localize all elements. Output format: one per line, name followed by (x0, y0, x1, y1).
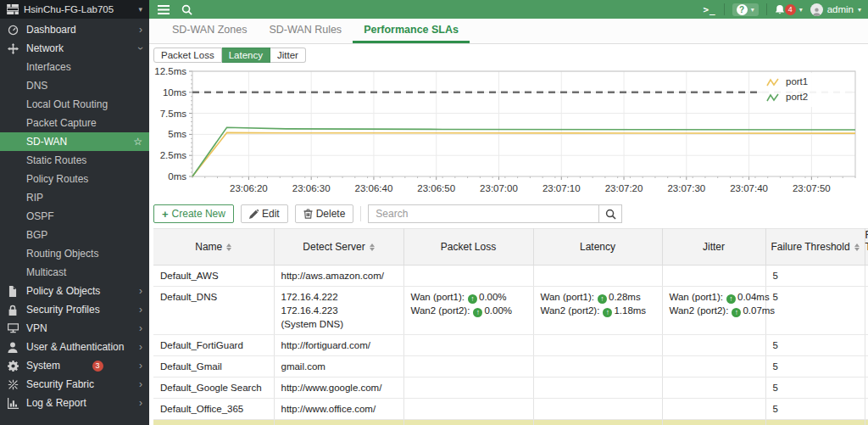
svg-text:2.5ms: 2.5ms (160, 150, 187, 160)
report-icon (7, 398, 19, 409)
column-header-jitter: Jitter (662, 229, 765, 266)
svg-text:10ms: 10ms (163, 87, 186, 98)
cli-console-icon[interactable]: >_ (703, 4, 715, 15)
latency-cell: Wan (port1):↑5.16msWan2 (port2):↑5.55ms (533, 420, 662, 425)
sidebar-item-policy-objects[interactable]: Policy & Objects› (0, 282, 149, 300)
fabric-icon (7, 379, 19, 390)
toggle-latency[interactable]: Latency (222, 48, 270, 63)
table-row-default-dns[interactable]: Default_DNS172.16.4.222172.16.4.223(Syst… (153, 287, 868, 335)
packet-loss-cell (403, 399, 533, 420)
sidebar-item-log-report[interactable]: Log & Report› (0, 394, 149, 412)
table-row-default-gmail[interactable]: Default_Gmailgmail.com510 (153, 356, 868, 377)
up-circle-icon: ↑ (726, 294, 736, 304)
latency-chart: 0ms2.5ms5ms7.5ms10ms12.5ms23:06:2023:06:… (153, 64, 864, 201)
sidebar-item-security-profiles[interactable]: Security Profiles› (0, 300, 149, 319)
jitter-cell (662, 266, 765, 287)
sidebar-item-security-fabric[interactable]: Security Fabric› (0, 375, 149, 394)
sidebar-item-system[interactable]: System3› (0, 356, 149, 375)
network-icon (7, 43, 19, 54)
toolbar-divider (360, 206, 361, 221)
sort-icon[interactable] (370, 243, 375, 251)
sidebar-item-dns[interactable]: DNS (0, 76, 149, 95)
notifications-menu[interactable]: 4 ▾ (775, 4, 803, 15)
sidebar-item-local-out-routing[interactable]: Local Out Routing (0, 95, 149, 114)
sidebar-item-label: DNS (26, 80, 47, 92)
sidebar-item-label: BGP (26, 229, 47, 241)
edit-button[interactable]: Edit (241, 204, 288, 223)
plus-icon: + (162, 208, 169, 221)
up-circle-icon: ↑ (598, 294, 607, 304)
hamburger-menu-icon[interactable] (158, 5, 170, 14)
sidebar-item-label: OSPF (26, 210, 54, 222)
tab-sdwan-rules[interactable]: SD-WAN Rules (258, 19, 353, 43)
sidebar-item-multicast[interactable]: Multicast (0, 263, 149, 282)
jitter-cell: Wan (port1):↑0.08msWan2 (port2):↑0.19ms (662, 420, 765, 425)
help-menu[interactable]: ? ▾ (732, 3, 759, 16)
sidebar-item-user-authentication[interactable]: User & Authentication› (0, 338, 149, 356)
monitor-icon (7, 323, 19, 333)
sidebar-item-packet-capture[interactable]: Packet Capture (0, 114, 149, 132)
admin-menu[interactable]: admin ▾ (810, 3, 861, 16)
sla-name: Default_Gmail (160, 361, 222, 372)
sidebar-item-dashboard[interactable]: Dashboard› (0, 20, 149, 39)
chevron-right-icon: › (139, 323, 142, 333)
sidebar-item-label: Policy Routes (26, 173, 88, 185)
sla-name: Default_Google Search (160, 383, 262, 393)
chevron-right-icon: › (139, 342, 142, 352)
search-icon (605, 209, 616, 220)
table-row-pingtest[interactable]: PingTest168.95.1.18.8.8.8Wan (port1):↑0.… (153, 420, 868, 425)
svg-text:23:06:40: 23:06:40 (355, 183, 393, 193)
column-header-detect-server[interactable]: Detect Server (274, 229, 403, 266)
table-row-default-google-search[interactable]: Default_Google Searchhttp://www.google.c… (153, 377, 868, 399)
svg-text:23:07:10: 23:07:10 (542, 183, 581, 193)
tab-performance-slas[interactable]: Performance SLAs (353, 19, 470, 43)
sidebar-item-static-routes[interactable]: Static Routes (0, 151, 149, 170)
table-row-default-aws[interactable]: Default_AWShttp://aws.amazon.com/510 (153, 266, 868, 287)
recovery-threshold-cell: 10 (865, 377, 868, 399)
sidebar-item-bgp[interactable]: BGP (0, 226, 149, 244)
create-new-button[interactable]: + Create New (153, 204, 234, 223)
metric-line: Wan (port1):↑0.28ms (541, 290, 655, 304)
sort-icon[interactable] (854, 243, 860, 251)
sidebar-item-sd-wan[interactable]: SD-WAN☆ (0, 132, 149, 151)
column-header-recovery-threshold[interactable]: Recovery Threshold (865, 229, 868, 266)
svg-text:23:06:30: 23:06:30 (292, 183, 331, 193)
dashboard-icon (7, 25, 19, 36)
column-header-packet-loss: Packet Loss (403, 229, 533, 266)
search-submit-button[interactable] (598, 204, 622, 223)
table-row-default-office-365[interactable]: Default_Office_365http://www.office.com/… (153, 399, 868, 420)
failure-threshold-cell: 5 (765, 266, 865, 287)
navbar-divider (766, 3, 767, 15)
table-row-default-fortiguard[interactable]: Default_FortiGuardhttp://fortiguard.com/… (153, 335, 868, 356)
favorite-star-icon[interactable]: ☆ (133, 136, 142, 148)
column-header-failure-threshold[interactable]: Failure Threshold (765, 229, 865, 266)
sidebar-item-ospf[interactable]: OSPF (0, 207, 149, 226)
column-header-name[interactable]: Name (153, 229, 274, 266)
device-selector[interactable]: HsinChu-FG-Lab705 ▾ (0, 0, 149, 19)
latency-cell (533, 377, 662, 399)
jitter-cell: Wan (port1):↑0.04msWan2 (port2):↑0.07ms (662, 287, 765, 335)
search-input[interactable] (368, 204, 598, 223)
metric-line: Wan2 (port2):↑1.18ms (541, 304, 655, 317)
lock-icon (7, 305, 19, 316)
sidebar-item-vpn[interactable]: VPN› (0, 319, 149, 338)
sidebar-item-label: VPN (26, 322, 47, 334)
sidebar-item-rip[interactable]: RIP (0, 188, 149, 207)
device-name: HsinChu-FG-Lab705 (24, 4, 114, 14)
sort-icon[interactable] (226, 243, 231, 251)
column-header-latency: Latency (533, 229, 662, 266)
latency-cell: Wan (port1):↑0.28msWan2 (port2):↑1.18ms (533, 287, 662, 335)
tabbar: SD-WAN Zones SD-WAN Rules Performance SL… (149, 19, 868, 44)
sidebar-item-network[interactable]: Network› (0, 39, 149, 58)
toggle-packet-loss[interactable]: Packet Loss (153, 48, 222, 63)
sidebar-item-policy-routes[interactable]: Policy Routes (0, 170, 149, 188)
toggle-jitter[interactable]: Jitter (270, 48, 306, 63)
recovery-threshold-cell: 10 (865, 399, 868, 420)
sidebar-item-interfaces[interactable]: Interfaces (0, 58, 149, 76)
tab-sdwan-zones[interactable]: SD-WAN Zones (161, 19, 258, 43)
sidebar-item-routing-objects[interactable]: Routing Objects (0, 244, 149, 263)
trash-icon (303, 209, 313, 219)
search-icon[interactable] (181, 4, 192, 15)
alert-count-badge: 3 (92, 361, 103, 372)
delete-button[interactable]: Delete (295, 204, 354, 223)
